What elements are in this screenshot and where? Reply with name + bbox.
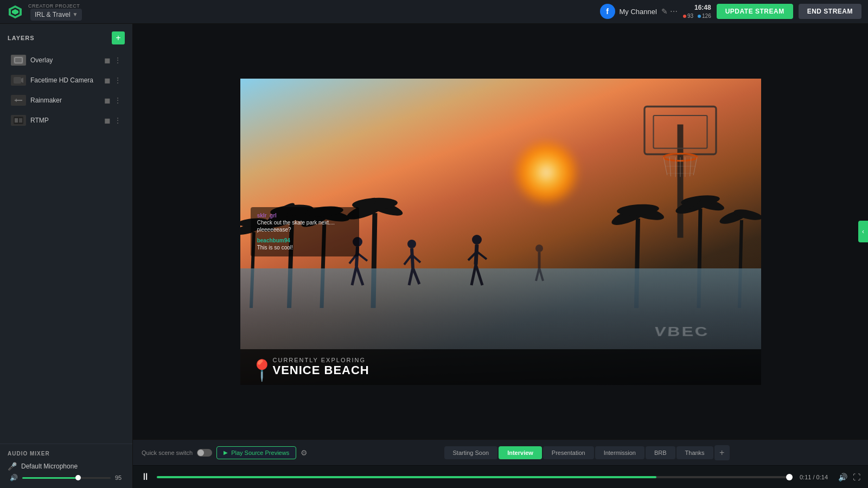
chat-message: beachbum94 This is so cool! <box>257 237 353 251</box>
blue-dot-icon <box>698 15 701 18</box>
quick-switch-label: Quick scene switch <box>142 450 193 456</box>
layer-actions: ◼ ⋮ <box>104 76 122 85</box>
scene-tab-interview[interactable]: Interview <box>499 446 542 459</box>
layer-item[interactable]: Overlay ◼ ⋮ <box>3 50 129 70</box>
header-right: f My Channel ✎ ⋯ 16:48 93 126 UPDATE STR… <box>600 3 861 20</box>
svg-rect-12 <box>19 118 22 123</box>
location-name: VENICE BEACH <box>273 363 750 377</box>
svg-rect-11 <box>15 118 18 123</box>
quick-scene-controls: Quick scene switch ▶ Play Source Preview… <box>142 446 308 459</box>
audio-channel: 🎤 Default Microphone 🔊 95 <box>8 462 125 481</box>
layer-name: Rainmaker <box>30 97 100 104</box>
project-label: CREATOR PROJECT <box>28 3 82 9</box>
layer-visibility-icon[interactable]: ◼ <box>104 96 111 105</box>
layer-menu-icon[interactable]: ⋮ <box>114 96 122 105</box>
layer-item[interactable]: Rainmaker ◼ ⋮ <box>3 91 129 110</box>
category-selector[interactable]: IRL & Travel ▼ <box>30 9 82 21</box>
viewer-count-value-93: 93 <box>687 12 693 20</box>
svg-line-58 <box>352 266 356 285</box>
chat-text: This is so cool! <box>257 244 353 251</box>
svg-rect-5 <box>14 77 21 84</box>
location-pin: 📍 <box>249 360 275 381</box>
viewer-count-blue: 126 <box>698 12 711 20</box>
audio-mixer-section: AUDIO MIXER 🎤 Default Microphone 🔊 95 <box>0 444 132 488</box>
scene-tab-presentation[interactable]: Presentation <box>543 446 594 459</box>
svg-marker-6 <box>21 78 23 83</box>
layer-visibility-icon[interactable]: ◼ <box>104 116 111 125</box>
time-display: 0:11 / 0:14 <box>795 474 833 480</box>
toggle-knob <box>197 450 204 456</box>
svg-point-74 <box>535 245 543 252</box>
location-subtitle: CURRENTLY EXPLORING <box>273 357 750 363</box>
svg-line-64 <box>409 268 413 285</box>
viewer-count-red: 93 <box>683 12 693 20</box>
quick-switch-toggle[interactable] <box>197 449 212 457</box>
svg-line-65 <box>413 268 419 284</box>
video-preview: VBEC sklr_grl Check out the skate park n… <box>240 79 761 385</box>
volume-control-icon[interactable]: 🔊 <box>838 473 847 481</box>
viewer-count-value-126: 126 <box>702 12 711 20</box>
vbec-logo: VBEC <box>653 324 710 339</box>
scene-tab-thanks[interactable]: Thanks <box>676 446 713 459</box>
fullscreen-button[interactable]: ⛶ <box>853 473 860 481</box>
video-container: VBEC sklr_grl Check out the skate park n… <box>133 24 868 439</box>
channel-settings-icon[interactable]: ⋯ <box>670 7 678 16</box>
volume-fill <box>22 477 78 479</box>
bottom-bar: Quick scene switch ▶ Play Source Preview… <box>133 439 868 465</box>
progress-thumb <box>786 474 793 480</box>
preview-settings-icon[interactable]: ⚙ <box>301 448 308 457</box>
logo-area: CREATOR PROJECT IRL & Travel ▼ <box>7 3 82 21</box>
sidebar: LAYERS + Overlay ◼ ⋮ Facetime HD Cam <box>0 24 133 488</box>
update-stream-button[interactable]: UPDATE STREAM <box>717 4 793 19</box>
side-panel-toggle[interactable]: ‹ <box>858 221 868 242</box>
scene-tab-brb[interactable]: BRB <box>646 446 675 459</box>
layer-name: Overlay <box>30 56 100 64</box>
svg-line-70 <box>471 265 476 285</box>
layer-thumb-rainmaker <box>11 95 26 106</box>
layer-thumb-rtmp <box>11 115 26 126</box>
layer-visibility-icon[interactable]: ◼ <box>104 56 111 65</box>
play-pause-button[interactable]: ⏸ <box>141 471 151 483</box>
playback-right-controls: 🔊 ⛶ <box>838 473 860 481</box>
channel-info: f My Channel ✎ ⋯ <box>600 4 678 19</box>
layer-menu-icon[interactable]: ⋮ <box>114 76 122 85</box>
layer-item[interactable]: Facetime HD Camera ◼ ⋮ <box>3 70 129 90</box>
center-area: VBEC sklr_grl Check out the skate park n… <box>133 24 868 488</box>
svg-point-68 <box>472 235 482 245</box>
scene-tabs: Starting Soon Interview Presentation Int… <box>314 445 859 460</box>
svg-line-59 <box>356 266 363 285</box>
facebook-icon: f <box>600 4 615 19</box>
scene-tab-intermission[interactable]: Intermission <box>595 446 644 459</box>
channel-edit-icon[interactable]: ✎ <box>661 7 668 16</box>
channel-name: My Channel <box>620 8 657 16</box>
layer-menu-icon[interactable]: ⋮ <box>114 116 122 125</box>
progress-track[interactable] <box>157 476 789 478</box>
scene-tab-starting-soon[interactable]: Starting Soon <box>444 446 498 459</box>
layer-actions: ◼ ⋮ <box>104 116 122 125</box>
layer-menu-icon[interactable]: ⋮ <box>114 56 122 65</box>
layer-name: RTMP <box>30 117 100 124</box>
audio-channel-name: Default Microphone <box>21 463 78 470</box>
svg-line-61 <box>358 253 367 261</box>
app-logo-icon[interactable] <box>7 3 24 21</box>
chat-username: sklr_grl <box>257 213 353 219</box>
end-stream-button[interactable]: END STREAM <box>799 4 861 19</box>
layer-visibility-icon[interactable]: ◼ <box>104 76 111 85</box>
audio-mixer-title: AUDIO MIXER <box>8 451 125 457</box>
chat-message: sklr_grl Check out the skate park next..… <box>257 213 353 233</box>
layer-item[interactable]: RTMP ◼ ⋮ <box>3 111 129 130</box>
add-layer-button[interactable]: + <box>112 31 125 44</box>
layers-section-header: LAYERS + <box>0 24 132 50</box>
audio-volume-row: 🔊 95 <box>8 474 125 481</box>
add-scene-tab-button[interactable]: + <box>714 445 730 460</box>
location-banner: 📍 CURRENTLY EXPLORING VENICE BEACH <box>240 349 761 385</box>
play-source-previews-button[interactable]: ▶ Play Source Previews <box>216 446 296 459</box>
audio-channel-header: 🎤 Default Microphone <box>8 462 125 471</box>
svg-point-62 <box>407 240 416 248</box>
microphone-icon: 🎤 <box>8 462 17 471</box>
stream-time: 16:48 <box>694 3 711 12</box>
svg-line-66 <box>404 255 412 265</box>
playback-bar: ⏸ 0:11 / 0:14 🔊 ⛶ <box>133 465 868 488</box>
channel-actions: ✎ ⋯ <box>661 7 678 16</box>
volume-slider[interactable] <box>22 477 111 479</box>
